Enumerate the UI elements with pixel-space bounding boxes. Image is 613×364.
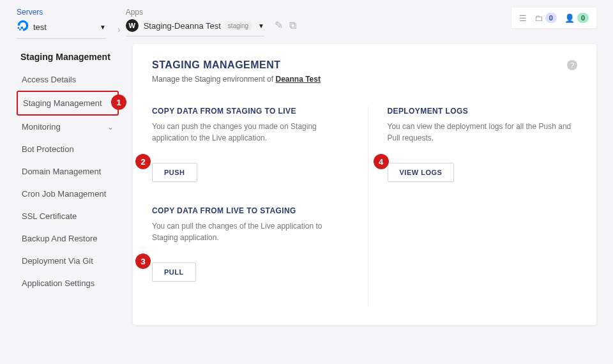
wordpress-icon: W <box>126 19 139 32</box>
view-logs-button[interactable]: VIEW LOGS <box>388 163 455 182</box>
toolbar-right: ☰ 🗀 0 👤 0 <box>511 8 596 28</box>
sidebar-item-access-details[interactable]: Access Details <box>17 68 119 91</box>
sidebar-item-ssl[interactable]: SSL Certificate <box>17 205 119 227</box>
annotation-marker-4: 4 <box>374 154 389 169</box>
push-title: COPY DATA FROM STAGING TO LIVE <box>152 107 342 116</box>
sidebar: Staging Management Access Details Stagin… <box>17 44 119 325</box>
help-icon[interactable]: ? <box>567 60 577 70</box>
annotation-marker-3: 3 <box>135 254 151 269</box>
pull-section: COPY DATA FROM LIVE TO STAGING You can p… <box>152 206 342 282</box>
app-name: Staging-Deanna Test <box>144 21 221 31</box>
app-tag: staging <box>225 22 252 30</box>
edit-icon[interactable]: ✎ <box>275 19 283 31</box>
chevron-down-icon: ⌄ <box>107 123 114 132</box>
sidebar-item-cron-job[interactable]: Cron Job Management <box>17 183 119 205</box>
push-desc: You can push the changes you made on Sta… <box>152 121 342 144</box>
external-link-icon[interactable]: ⧉ <box>289 20 296 31</box>
app-selector[interactable]: W Staging-Deanna Test staging ▼ <box>126 19 264 36</box>
sidebar-item-monitoring[interactable]: Monitoring ⌄ <box>17 116 119 138</box>
sidebar-item-staging-management[interactable]: Staging Management 1 <box>17 91 119 116</box>
sidebar-item-domain-management[interactable]: Domain Management <box>17 160 119 183</box>
caret-down-icon: ▼ <box>252 22 264 29</box>
user-count: 0 <box>577 13 589 23</box>
server-name: test <box>33 22 47 32</box>
page-title: STAGING MANAGEMENT <box>152 59 281 71</box>
logs-title: DEPLOYMENT LOGS <box>388 107 578 116</box>
server-crumb: Servers test ▼ <box>17 8 106 39</box>
digitalocean-icon <box>17 19 33 34</box>
app-actions: ✎ ⧉ <box>275 19 296 31</box>
folder-counter[interactable]: 🗀 0 <box>534 13 557 23</box>
caret-down-icon: ▼ <box>93 24 106 31</box>
pull-button[interactable]: PULL <box>152 262 196 282</box>
logs-desc: You can view the deployment logs for all… <box>388 121 578 144</box>
user-counter[interactable]: 👤 0 <box>564 13 589 23</box>
app-link[interactable]: Deanna Test <box>275 75 320 84</box>
user-icon: 👤 <box>564 13 575 23</box>
sidebar-item-app-settings[interactable]: Application Settings <box>17 272 119 294</box>
list-view-icon[interactable]: ☰ <box>519 13 527 23</box>
sidebar-item-backup[interactable]: Backup And Restore <box>17 227 119 250</box>
topbar: Servers test ▼ › Apps W Staging-Deanna T… <box>0 0 613 44</box>
pull-desc: You can pull the changes of the Live app… <box>152 220 342 243</box>
app-crumb: Apps W Staging-Deanna Test staging ▼ <box>126 8 264 36</box>
push-section: COPY DATA FROM STAGING TO LIVE You can p… <box>152 107 342 182</box>
annotation-marker-2: 2 <box>135 154 151 169</box>
sidebar-title: Staging Management <box>17 44 119 68</box>
main-card: STAGING MANAGEMENT ? Manage the Staging … <box>133 44 596 325</box>
sidebar-item-git[interactable]: Deployment Via Git <box>17 250 119 272</box>
folder-icon: 🗀 <box>534 13 543 23</box>
servers-label: Servers <box>17 8 106 17</box>
server-selector[interactable]: test ▼ <box>17 19 106 39</box>
logs-section: DEPLOYMENT LOGS You can view the deploym… <box>388 107 578 182</box>
push-button[interactable]: PUSH <box>152 163 197 182</box>
chevron-right-icon: › <box>117 24 121 34</box>
sidebar-item-bot-protection[interactable]: Bot Protection <box>17 138 119 160</box>
page-subtitle: Manage the Staging environment of Deanna… <box>152 75 577 84</box>
annotation-marker-1: 1 <box>111 95 126 110</box>
apps-label: Apps <box>126 8 264 17</box>
pull-title: COPY DATA FROM LIVE TO STAGING <box>152 206 342 215</box>
folder-count: 0 <box>545 13 557 23</box>
